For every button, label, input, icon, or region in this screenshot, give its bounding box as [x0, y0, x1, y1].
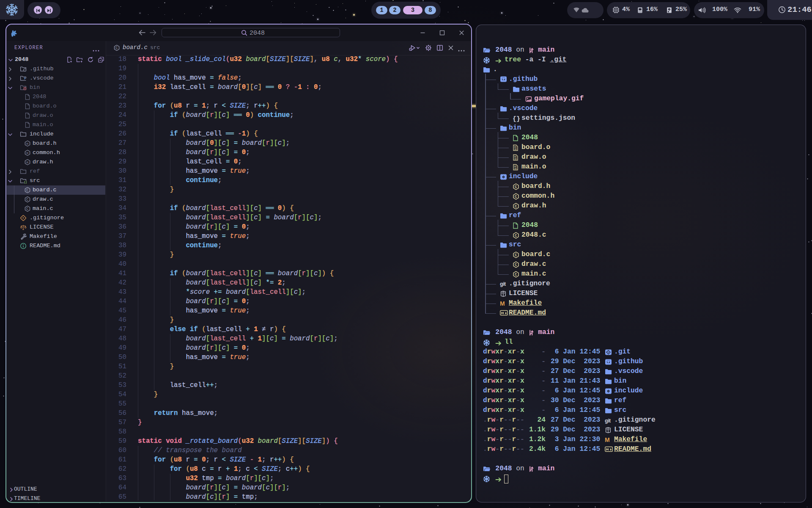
svg-text:10: 10	[514, 168, 517, 170]
svg-text:(): ()	[24, 181, 27, 184]
svg-text:H: H	[26, 160, 28, 164]
svg-text:C: C	[515, 195, 517, 199]
svg-text:C: C	[515, 204, 517, 209]
svg-text:10: 10	[514, 158, 517, 160]
svg-text:H: H	[26, 142, 28, 146]
svg-text:C: C	[515, 263, 517, 267]
svg-text:C: C	[515, 273, 517, 277]
svg-text:C: C	[26, 188, 28, 193]
svg-text:C: C	[115, 46, 118, 50]
svg-text:H: H	[26, 151, 28, 155]
svg-text:C: C	[515, 253, 517, 257]
svg-text:10: 10	[514, 148, 517, 150]
svg-text:C: C	[515, 185, 517, 189]
svg-text:C: C	[515, 234, 517, 238]
svg-text:C: C	[26, 198, 28, 202]
svg-text:C: C	[26, 207, 28, 211]
